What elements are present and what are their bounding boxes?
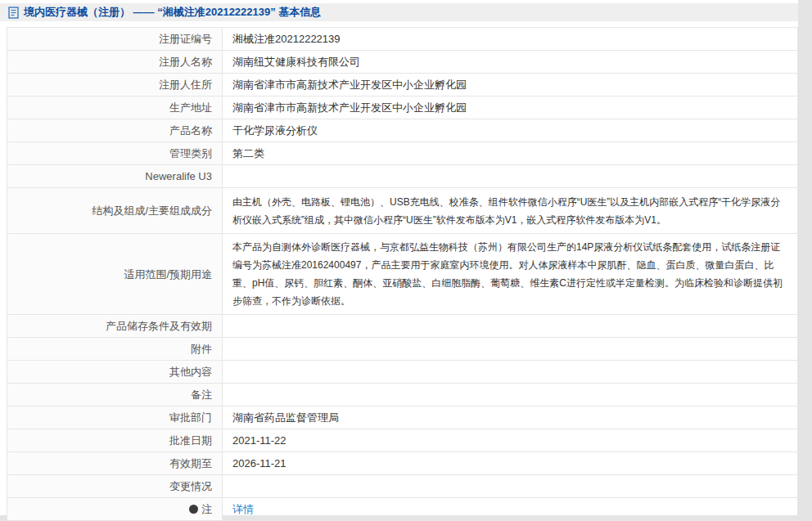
row-label: 注册人住所 bbox=[7, 74, 223, 97]
row-registrant-address: 注册人住所 湖南省津市市高新技术产业开发区中小企业孵化园 bbox=[7, 74, 798, 97]
content-panel: 境内医疗器械（注册） —— “湘械注准20212222139” 基本信息 注册证… bbox=[0, 0, 798, 515]
row-label: 附件 bbox=[7, 338, 223, 361]
row-note: 注 详情 bbox=[7, 498, 798, 521]
row-value: 湖南纽艾健康科技有限公司 bbox=[223, 51, 798, 74]
row-value: 第二类 bbox=[223, 142, 798, 165]
row-value bbox=[223, 165, 798, 188]
row-label: 注 bbox=[7, 498, 223, 521]
row-change-status: 变更情况 bbox=[7, 475, 798, 498]
row-valid-until: 有效期至 2026-11-21 bbox=[7, 452, 798, 475]
row-value: 湘械注准20212222139 bbox=[223, 28, 798, 51]
row-value: 详情 bbox=[223, 498, 798, 521]
row-attachments: 附件 bbox=[7, 338, 798, 361]
note-dot-icon bbox=[189, 505, 198, 514]
detail-link[interactable]: 详情 bbox=[232, 503, 254, 515]
row-label: 产品名称 bbox=[7, 119, 223, 142]
row-label-text: 注 bbox=[201, 503, 212, 515]
row-label: 批准日期 bbox=[7, 429, 223, 452]
row-label: 其他内容 bbox=[7, 361, 223, 384]
row-label: Neweralife U3 bbox=[7, 165, 223, 188]
row-value: 2026-11-21 bbox=[223, 452, 798, 475]
row-value: 湖南省药品监督管理局 bbox=[223, 406, 798, 429]
row-registrant-name: 注册人名称 湖南纽艾健康科技有限公司 bbox=[7, 51, 798, 74]
row-label: 生产地址 bbox=[7, 97, 223, 119]
row-storage-conditions: 产品储存条件及有效期 bbox=[7, 315, 798, 338]
info-table: 注册证编号 湘械注准20212222139 注册人名称 湖南纽艾健康科技有限公司… bbox=[7, 27, 798, 521]
row-intended-use: 适用范围/预期用途 本产品为自测体外诊断医疗器械，与京都弘益生物科技（苏州）有限… bbox=[7, 234, 798, 315]
row-model-spec: Neweralife U3 bbox=[7, 165, 798, 188]
row-label: 变更情况 bbox=[7, 475, 223, 498]
row-value: 2021-11-22 bbox=[223, 429, 798, 452]
row-structure-composition: 结构及组成/主要组成成分 由主机（外壳、电路板、锂电池）、USB充电线、校准条、… bbox=[7, 188, 798, 234]
document-icon bbox=[8, 7, 19, 19]
row-value: 湖南省津市市高新技术产业开发区中小企业孵化园 bbox=[223, 74, 798, 97]
row-value bbox=[223, 315, 798, 338]
row-value: 本产品为自测体外诊断医疗器械，与京都弘益生物科技（苏州）有限公司生产的14P尿液… bbox=[223, 234, 798, 315]
row-value bbox=[223, 384, 798, 406]
row-label: 产品储存条件及有效期 bbox=[7, 315, 223, 338]
row-value: 干化学尿液分析仪 bbox=[223, 119, 798, 142]
row-other-content: 其他内容 bbox=[7, 361, 798, 384]
row-value: 湖南省津市市高新技术产业开发区中小企业孵化园 bbox=[223, 97, 798, 119]
row-approval-department: 审批部门 湖南省药品监督管理局 bbox=[7, 406, 798, 429]
row-management-category: 管理类别 第二类 bbox=[7, 142, 798, 165]
row-product-name: 产品名称 干化学尿液分析仪 bbox=[7, 119, 798, 142]
row-value bbox=[223, 475, 798, 498]
row-label: 审批部门 bbox=[7, 406, 223, 429]
page-header: 境内医疗器械（注册） —— “湘械注准20212222139” 基本信息 bbox=[0, 3, 798, 21]
row-production-address: 生产地址 湖南省津市市高新技术产业开发区中小企业孵化园 bbox=[7, 97, 798, 119]
row-label: 有效期至 bbox=[7, 452, 223, 475]
row-value bbox=[223, 338, 798, 361]
row-remarks: 备注 bbox=[7, 384, 798, 406]
row-label: 注册证编号 bbox=[7, 28, 223, 51]
row-label: 结构及组成/主要组成成分 bbox=[7, 188, 223, 234]
row-label: 管理类别 bbox=[7, 142, 223, 165]
row-value: 由主机（外壳、电路板、锂电池）、USB充电线、校准条、组件软件微信小程序“U医生… bbox=[223, 188, 798, 234]
row-label: 适用范围/预期用途 bbox=[7, 234, 223, 315]
row-label: 注册人名称 bbox=[7, 51, 223, 74]
row-label: 备注 bbox=[7, 384, 223, 406]
row-value bbox=[223, 361, 798, 384]
row-registration-number: 注册证编号 湘械注准20212222139 bbox=[7, 28, 798, 51]
row-approval-date: 批准日期 2021-11-22 bbox=[7, 429, 798, 452]
page-title: 境内医疗器械（注册） —— “湘械注准20212222139” 基本信息 bbox=[24, 5, 321, 20]
